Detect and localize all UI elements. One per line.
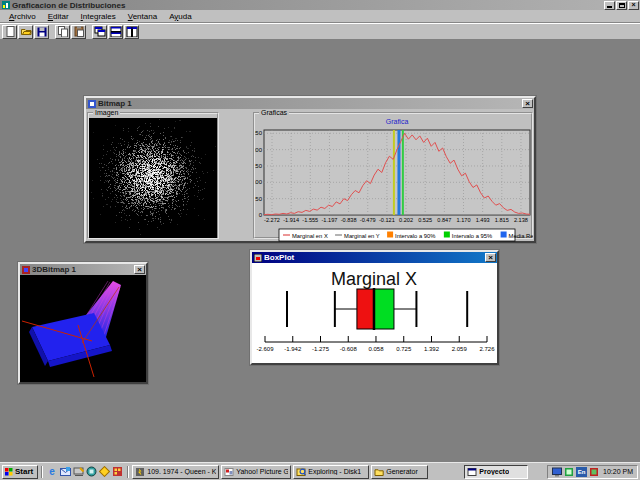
schedule-tray-icon[interactable] [564, 467, 574, 477]
copy-icon [57, 23, 69, 41]
svg-text:250: 250 [255, 130, 263, 136]
system-tray: En 10:20 PM [547, 465, 638, 479]
legend-item: Media Real [509, 233, 533, 239]
app-title: Graficacion de Distribuciones [12, 1, 125, 10]
paste-button[interactable] [71, 25, 86, 39]
folder-icon [374, 467, 384, 477]
media-player-icon[interactable] [111, 466, 123, 478]
bitmap-close-button[interactable]: × [522, 99, 533, 108]
surface-3d-view [20, 275, 146, 386]
save-button[interactable] [34, 25, 49, 39]
svg-text:-1.197: -1.197 [322, 217, 338, 223]
open-button[interactable] [18, 25, 33, 39]
svg-text:2.059: 2.059 [452, 346, 468, 352]
boxplot-titlebar[interactable]: BoxPlot × [252, 252, 497, 263]
tile-vertical-button[interactable] [124, 25, 139, 39]
boxplot-title: Marginal X [331, 269, 417, 289]
task-label: Yahoo! Picture Gallery - N... [236, 468, 288, 475]
svg-text:-1.275: -1.275 [312, 346, 330, 352]
task-generator[interactable]: Generator [371, 465, 428, 479]
windows-logo-icon [5, 468, 13, 476]
tile-horizontal-icon [110, 23, 122, 41]
menu-bar: ArchivoEditarIntegralesVentanaAyuda [0, 10, 640, 23]
taskbar: Start e 109. 1974 - Queen - Kille...Yaho… [0, 462, 640, 480]
svg-text:0.847: 0.847 [437, 217, 451, 223]
menu-integrales[interactable]: Integrales [75, 11, 122, 22]
main-titlebar: Graficacion de Distribuciones × [0, 0, 640, 10]
svg-text:1.170: 1.170 [457, 217, 471, 223]
tile-horizontal-button[interactable] [108, 25, 123, 39]
box-upper [374, 289, 394, 329]
svg-text:0: 0 [259, 212, 263, 218]
explorer-icon [296, 467, 306, 477]
bitmap-window: Bitmap 1 × Imagen Graficas Grafica-2.272… [84, 96, 536, 243]
boxplot-window-title: BoxPlot [264, 253, 294, 262]
menu-archivo[interactable]: Archivo [3, 11, 42, 22]
task-yahoo-picture-gallery-n-[interactable]: Yahoo! Picture Gallery - N... [221, 465, 291, 479]
svg-text:150: 150 [255, 163, 263, 169]
boxplot-window: BoxPlot × Marginal X-2.609-1.942-1.275-0… [250, 250, 499, 365]
cascade-button[interactable] [92, 25, 107, 39]
svg-text:100: 100 [255, 179, 263, 185]
task-label: Exploring - Disk1 [308, 468, 361, 475]
boxplot-close-button[interactable]: × [485, 253, 496, 262]
svg-text:-1.942: -1.942 [284, 346, 302, 352]
copy-button[interactable] [55, 25, 70, 39]
svg-text:50: 50 [255, 196, 262, 202]
language-indicator[interactable]: En [576, 467, 587, 477]
close-button[interactable]: × [628, 1, 639, 10]
paste-icon [73, 23, 85, 41]
taskbar-clock[interactable]: 10:20 PM [603, 468, 633, 475]
scatter-density-image [89, 118, 217, 238]
task-label: 109. 1974 - Queen - Kille... [147, 468, 216, 475]
start-button[interactable]: Start [2, 465, 38, 479]
bitmap3d-close-button[interactable]: × [134, 265, 145, 274]
bitmap3d-window: 3DBitmap 1 × [18, 262, 148, 384]
boxplot-svg: Marginal X-2.609-1.942-1.275-0.6080.0580… [252, 263, 497, 363]
boxplot-window-icon [254, 254, 262, 262]
imagen-group: Imagen [87, 112, 219, 239]
restore-button[interactable] [616, 1, 627, 10]
menu-editar[interactable]: Editar [42, 11, 75, 22]
svg-text:-0.479: -0.479 [360, 217, 376, 223]
task-exploring-disk1[interactable]: Exploring - Disk1 [293, 465, 369, 479]
menu-ayuda[interactable]: Ayuda [163, 11, 198, 22]
bitmap-window-title: Bitmap 1 [98, 99, 132, 108]
taskbar-divider [127, 466, 129, 478]
scanner-tray-icon[interactable] [589, 467, 599, 477]
svg-text:2.726: 2.726 [479, 346, 495, 352]
grafica-svg: Grafica-2.272-1.914-1.555-1.197-0.838-0.… [255, 111, 533, 243]
new-button[interactable] [2, 25, 17, 39]
norton-icon[interactable] [98, 466, 110, 478]
taskbar-divider [41, 466, 43, 478]
show-desktop-icon[interactable] [72, 466, 84, 478]
view-channels-icon[interactable] [85, 466, 97, 478]
svg-text:e: e [49, 466, 55, 477]
bitmap-titlebar[interactable]: Bitmap 1 × [86, 98, 534, 109]
start-label: Start [15, 467, 33, 476]
save-icon [36, 23, 48, 41]
internet-explorer-icon[interactable]: e [46, 466, 58, 478]
legend-item: Intervalo a 95% [452, 233, 492, 239]
app-icon [467, 467, 477, 477]
grafica-title: Grafica [386, 118, 409, 125]
bitmap3d-window-icon [22, 266, 30, 274]
bitmap3d-titlebar[interactable]: 3DBitmap 1 × [20, 264, 146, 275]
task-109-1974-queen-kille-[interactable]: 109. 1974 - Queen - Kille... [132, 465, 219, 479]
yahoo-icon [224, 467, 234, 477]
bitmap-window-icon [88, 100, 96, 108]
legend-item: Marginal en X [292, 233, 328, 239]
display-tray-icon[interactable] [552, 467, 562, 477]
svg-text:-0.838: -0.838 [341, 217, 357, 223]
menu-ventana[interactable]: Ventana [122, 11, 163, 22]
new-icon [4, 23, 16, 41]
svg-text:-1.914: -1.914 [283, 217, 299, 223]
minimize-button[interactable] [604, 1, 615, 10]
svg-text:0.725: 0.725 [396, 346, 412, 352]
bitmap3d-window-title: 3DBitmap 1 [32, 265, 76, 274]
svg-text:-2.272: -2.272 [264, 217, 280, 223]
outlook-express-icon[interactable] [59, 466, 71, 478]
svg-text:-0.121: -0.121 [379, 217, 395, 223]
task-proyecto[interactable]: Proyecto [464, 465, 528, 479]
svg-text:0.058: 0.058 [368, 346, 384, 352]
